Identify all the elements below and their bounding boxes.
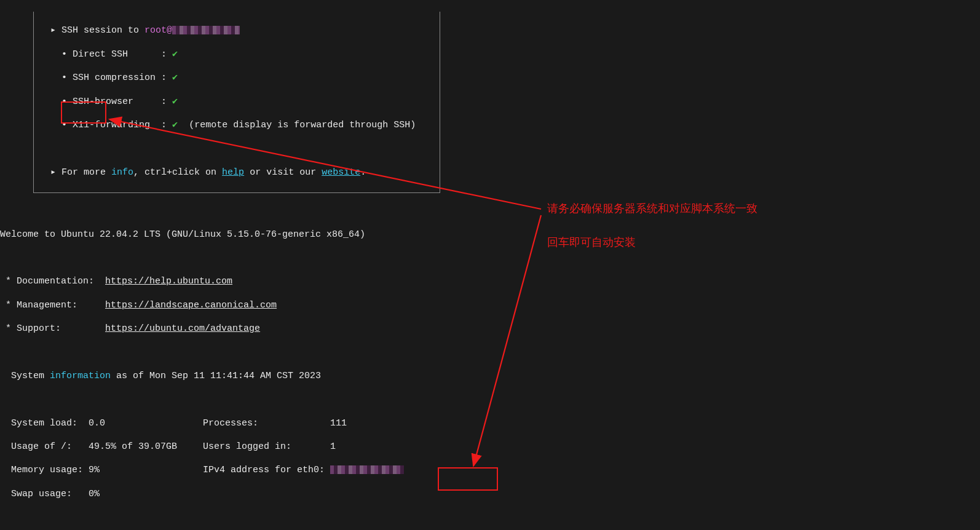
- stat-right: Users logged in: 1: [203, 441, 336, 452]
- blank-line: [0, 346, 697, 358]
- mgmt-label: * Management:: [0, 300, 105, 310]
- mgmt-line: * Management: https://landscape.canonica…: [0, 299, 697, 311]
- help-link[interactable]: help: [222, 167, 244, 178]
- stat-right: Processes: 111: [203, 418, 347, 429]
- ssh-feature-line: • Direct SSH : ✔: [34, 49, 440, 60]
- stat-left: Swap usage: 0%: [0, 489, 100, 499]
- blank-line: [0, 394, 697, 405]
- stat-left: Usage of /: 49.5% of 39.07GB: [0, 441, 203, 453]
- annotation-text-2: 回车即可自动安装: [547, 235, 636, 250]
- stat-line: Memory usage: 9%IPv4 address for eth0:: [0, 464, 697, 476]
- stat-right: IPv4 address for eth0:: [203, 465, 330, 475]
- website-link[interactable]: website: [322, 167, 360, 178]
- more-mid: , ctrl+click on: [133, 167, 222, 178]
- feat-label: Direct SSH: [73, 49, 128, 60]
- feat-trail: (remote display is forwarded through SSH…: [178, 120, 416, 130]
- check-icon: ✔: [172, 97, 178, 107]
- check-icon: ✔: [172, 120, 178, 130]
- info-word: info: [111, 167, 133, 178]
- feat-colon: :: [156, 73, 172, 83]
- feat-colon: :: [133, 97, 172, 107]
- more-prefix: For more: [61, 167, 111, 178]
- stat-line: System load: 0.0Processes: 111: [0, 417, 697, 429]
- feat-label: SSH-browser: [73, 97, 133, 107]
- welcome-prefix: Welcome to: [0, 229, 61, 240]
- doc-label: * Documentation:: [0, 276, 105, 287]
- sysinfo-word: information: [50, 371, 111, 381]
- mgmt-url[interactable]: https://landscape.canonical.com: [105, 300, 277, 310]
- blank-line: [0, 252, 697, 264]
- ssh-feature-line: • X11-forwarding : ✔ (remote display is …: [34, 119, 440, 131]
- doc-line: * Documentation: https://help.ubuntu.com: [0, 275, 697, 287]
- stat-left: Memory usage: 9%: [0, 464, 203, 476]
- ssh-banner-box: ▸ SSH session to root@ • Direct SSH : ✔ …: [33, 12, 440, 193]
- more-mid2: or visit our: [244, 167, 322, 178]
- welcome-os: Ubuntu: [61, 229, 94, 240]
- redacted-host: [172, 26, 240, 34]
- redacted-ip: [330, 465, 404, 474]
- ssh-feature-line: • SSH-browser : ✔: [34, 96, 440, 108]
- ssh-more-line: ▸ For more info, ctrl+click on help or v…: [34, 167, 440, 178]
- check-icon: ✔: [172, 73, 178, 83]
- support-label: * Support:: [0, 323, 105, 334]
- annotation-text-1: 请务必确保服务器系统和对应脚本系统一致: [547, 202, 757, 216]
- doc-url[interactable]: https://help.ubuntu.com: [105, 276, 232, 287]
- feat-label: X11-forwarding: [73, 120, 150, 130]
- stat-line: Usage of /: 49.5% of 39.07GBUsers logged…: [0, 441, 697, 453]
- feat-colon: :: [150, 120, 172, 130]
- more-end: .: [360, 167, 366, 178]
- ssh-user: root@: [144, 25, 172, 36]
- ssh-session-prefix: SSH session to: [61, 25, 144, 36]
- support-url[interactable]: https://ubuntu.com/advantage: [105, 323, 260, 334]
- sysinfo-line: System information as of Mon Sep 11 11:4…: [0, 370, 697, 382]
- stat-left: System load: 0.0: [0, 417, 203, 429]
- welcome-suffix: 22.04.2 LTS (GNU/Linux 5.15.0-76-generic…: [94, 229, 365, 240]
- support-line: * Support: https://ubuntu.com/advantage: [0, 323, 697, 334]
- sysinfo-prefix: System: [0, 371, 50, 381]
- feat-colon: :: [128, 49, 172, 60]
- feat-label: SSH compression: [73, 73, 156, 83]
- ssh-session-line: ▸ SSH session to root@: [34, 25, 440, 36]
- terminal-output: ▸ SSH session to root@ • Direct SSH : ✔ …: [0, 0, 697, 530]
- check-icon: ✔: [172, 49, 178, 60]
- blank-line: [34, 143, 440, 154]
- stat-line: Swap usage: 0%: [0, 488, 697, 500]
- ssh-feature-line: • SSH compression : ✔: [34, 72, 440, 84]
- blank-line: [0, 512, 697, 523]
- sysinfo-suffix: as of Mon Sep 11 11:41:44 AM CST 2023: [111, 371, 321, 381]
